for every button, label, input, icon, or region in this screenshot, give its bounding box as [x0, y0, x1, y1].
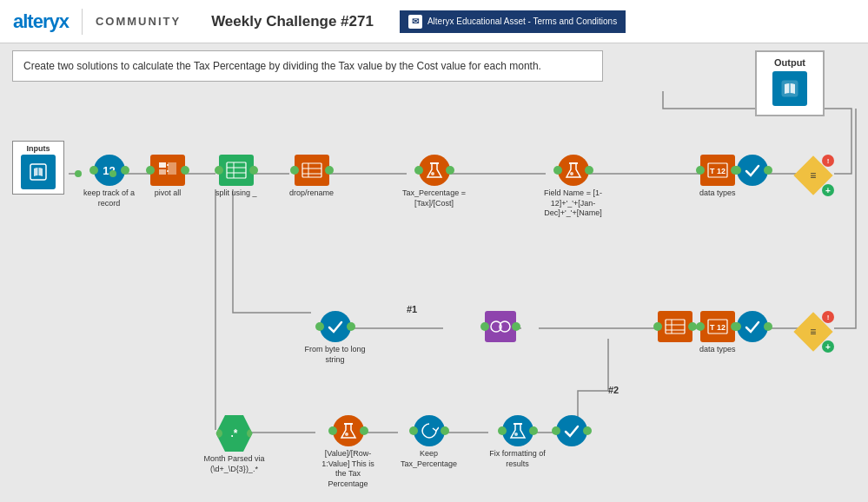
node-drop-rename-label: drop/rename	[289, 188, 334, 199]
node-check2-right	[737, 311, 768, 342]
logo[interactable]: alteryx	[13, 10, 69, 33]
node-multirow: [Value]/[Row-1:Value] This is the Tax Pe…	[315, 415, 381, 490]
output-label: Output	[774, 57, 805, 68]
node-formula1-label: Tax_Percentage = [Tax]/[Cost]	[401, 188, 467, 208]
output-icon	[772, 71, 807, 106]
warning-diamond-1: ≡ ! +	[798, 160, 829, 191]
node-formula3-label: Fix formatting of results	[485, 449, 550, 469]
inputs-label: Inputs	[16, 144, 61, 153]
svg-text:12: 12	[717, 167, 726, 175]
node-pivot-label: pivot all	[155, 188, 182, 199]
node-record-id-label: keep track of a record	[76, 188, 142, 208]
header: alteryx COMMUNITY Weekly Challenge #271 …	[0, 0, 868, 43]
inputs-icon	[21, 155, 56, 189]
svg-rect-30	[302, 163, 321, 177]
svg-point-37	[570, 172, 573, 175]
connector-dot	[109, 170, 116, 177]
node-check2-left-label: From byte to long string	[302, 345, 368, 365]
node-regex-label: Month Parsed via (\d+_\D{3})_.*	[202, 454, 267, 474]
output-box: Output	[755, 50, 825, 116]
svg-point-53	[514, 433, 518, 436]
node-check3	[556, 415, 587, 446]
node-check2-left: From byte to long string	[302, 311, 368, 365]
canvas: Create two solutions to calculate the Ta…	[0, 43, 868, 502]
node-split-label: split using _	[215, 188, 257, 199]
community-label[interactable]: COMMUNITY	[96, 15, 181, 28]
node-formula2: Field Name = [1-12]+'_'+[Jan-Dec]+'_'+[N…	[540, 155, 606, 219]
terms-label: Alteryx Educational Asset - Terms and Co…	[427, 17, 617, 26]
node-datatypes1: T12 data types	[699, 155, 736, 199]
node-regex: .* Month Parsed via (\d+_\D{3})_.*	[202, 415, 267, 474]
node-select3: Keep Tax_Percentage	[396, 415, 461, 469]
node-select3-label: Keep Tax_Percentage	[396, 449, 461, 469]
node-pivot: pivot all	[150, 155, 185, 199]
node-formula1: Tax_Percentage = [Tax]/[Cost]	[401, 155, 467, 208]
svg-rect-22	[159, 169, 166, 175]
label-hash1: #1	[407, 304, 417, 314]
node-formula3: Fix formatting of results	[485, 415, 550, 469]
node-datatypes1-label: data types	[699, 188, 736, 199]
label-hash2: #2	[608, 385, 619, 395]
terms-badge[interactable]: ✉ Alteryx Educational Asset - Terms and …	[400, 10, 626, 33]
node-datatypes2: T12 data types	[699, 311, 736, 355]
node-record-id: 12 keep track of a record	[76, 155, 142, 208]
node-check1	[737, 155, 768, 186]
node-drop-rename: drop/rename	[289, 155, 334, 199]
connector-dot	[75, 170, 82, 177]
node-join	[485, 311, 516, 342]
node-multirow-label: [Value]/[Row-1:Value] This is the Tax Pe…	[315, 449, 381, 490]
svg-rect-21	[159, 162, 166, 168]
svg-point-35	[431, 172, 434, 175]
svg-point-51	[345, 433, 348, 436]
node-split: split using _	[215, 155, 257, 199]
warning-diamond-2: ≡ ! +	[798, 316, 829, 347]
node-formula2-label: Field Name = [1-12]+'_'+[Jan-Dec]+'_'+[N…	[540, 188, 606, 219]
svg-rect-23	[168, 162, 176, 175]
inputs-node: Inputs	[12, 141, 64, 195]
svg-text:T: T	[710, 323, 715, 332]
logo-divider	[82, 9, 83, 35]
svg-text:T: T	[710, 167, 715, 175]
svg-rect-43	[666, 320, 685, 334]
node-select2	[658, 311, 692, 342]
svg-text:12: 12	[717, 323, 726, 332]
node-datatypes2-label: data types	[699, 345, 736, 355]
challenge-title: Weekly Challenge #271	[211, 13, 374, 30]
description-box: Create two solutions to calculate the Ta…	[12, 50, 603, 82]
svg-rect-26	[227, 162, 246, 178]
